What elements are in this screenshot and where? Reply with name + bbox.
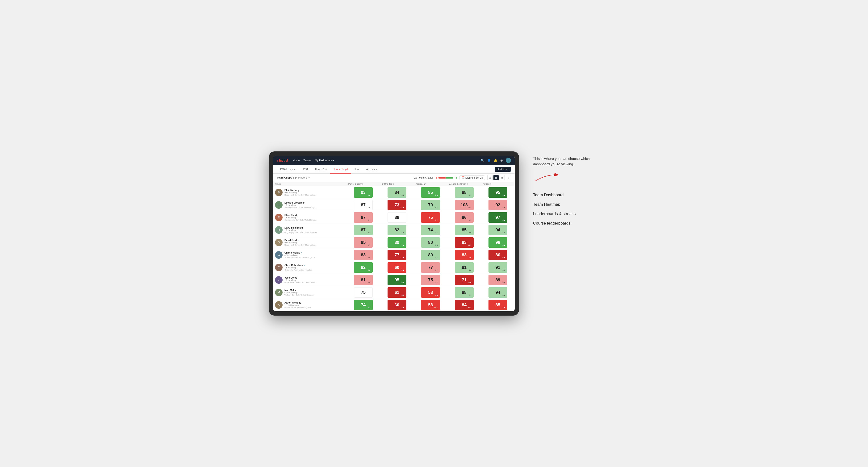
table-row[interactable]: EElliot Ebert1-5 HandicapSunningdale Gol… xyxy=(273,211,515,224)
table-row[interactable]: EEdward Crossman1-5 HandicapSunningdale … xyxy=(273,199,515,211)
score-cell-3: 8421▲ xyxy=(447,299,481,311)
player-club: Sunningdale Golf Club, United Kingdom xyxy=(284,206,317,209)
score-value: 89 xyxy=(395,240,399,245)
score-cell-3: 8310▼ xyxy=(447,236,481,249)
player-name: David Ford ✓ xyxy=(284,239,317,242)
add-team-button[interactable]: Add Team xyxy=(495,167,511,172)
annotation-panel: This is where you can choose which dashb… xyxy=(533,151,599,228)
score-cell-2: 858▲ xyxy=(414,186,447,199)
score-cell-4: 854▼ xyxy=(481,299,515,311)
score-cell-1: 613▼ xyxy=(380,286,414,299)
last-rounds-button[interactable]: 📅 Last Rounds: 20 xyxy=(460,176,485,180)
user-icon[interactable]: 👤 xyxy=(487,159,491,162)
nav-my-performance[interactable]: My Performance xyxy=(315,158,334,163)
score-value: 80 xyxy=(428,253,433,257)
player-cell: DDavid Ford ✓Plus HandicapRoyal North De… xyxy=(273,236,346,249)
score-box: 959▲ xyxy=(489,187,507,198)
th-approach[interactable]: Approach ▾ xyxy=(414,182,447,186)
table-row[interactable]: CChris Robertson ✓1-5 HandicapCraigmilla… xyxy=(273,261,515,274)
score-value: 80 xyxy=(428,240,433,245)
score-change: 6▼ xyxy=(469,257,472,259)
heatmap-view-button[interactable]: ◉ xyxy=(500,175,505,180)
score-box: 10315▲ xyxy=(455,200,474,210)
annotation-intro: This is where you can choose which dashb… xyxy=(533,156,599,167)
score-box: 846▲ xyxy=(388,187,406,198)
verified-icon: ✓ xyxy=(297,239,299,242)
edit-team-icon[interactable]: ✎ xyxy=(308,177,310,179)
tab-team-clippd[interactable]: Team Clippd xyxy=(330,165,351,174)
score-change: 6▲ xyxy=(368,194,371,196)
bell-icon[interactable]: 🔔 xyxy=(494,159,497,162)
score-value: 94 xyxy=(496,290,500,295)
score-cell-0: 748▲ xyxy=(346,299,380,311)
player-avatar: J xyxy=(275,276,283,284)
th-quality[interactable]: Player Quality ▾ xyxy=(346,182,380,186)
score-box: 803▲ xyxy=(421,237,440,248)
score-change: 6▼ xyxy=(469,219,472,221)
score-box: 773▼ xyxy=(421,262,440,273)
tee-header: Off the Tee ▾ xyxy=(382,183,394,185)
th-tee[interactable]: Off the Tee ▾ xyxy=(380,182,414,186)
settings-icon[interactable]: ⊕ xyxy=(500,159,503,162)
score-cell-2: 741▲ xyxy=(414,224,447,236)
score-cell-3: 7111▼ xyxy=(447,274,481,286)
score-value: 75 xyxy=(428,278,433,283)
table-row[interactable]: MMatt Miller6-10 HandicapWoburn Golf Clu… xyxy=(273,286,515,299)
nav-teams[interactable]: Teams xyxy=(304,158,311,163)
score-box: 873▼ xyxy=(354,212,373,223)
score-change: 7▲ xyxy=(401,244,404,246)
th-putting[interactable]: Putting ▾ xyxy=(481,182,515,186)
score-change: 9▲ xyxy=(435,207,438,209)
score-value: 93 xyxy=(361,190,366,195)
player-info: Charlie Quick ✓6-10 HandicapSt. George's… xyxy=(284,251,317,258)
score-box: 602▲ xyxy=(388,262,406,273)
score-value: 58 xyxy=(428,303,433,308)
table-row[interactable]: CCharlie Quick ✓6-10 HandicapSt. George'… xyxy=(273,249,515,261)
score-box: 601▼ xyxy=(388,300,406,310)
score-change: 3▼ xyxy=(502,207,505,209)
player-avatar: D xyxy=(275,226,283,234)
list-view-button[interactable]: ▦ xyxy=(493,175,499,180)
player-cell: CChris Robertson ✓1-5 HandicapCraigmilla… xyxy=(273,261,346,274)
player-club: Royal North Devon Golf Club, United King… xyxy=(284,194,317,196)
score-cell-1: 88 xyxy=(380,211,414,224)
tab-pga[interactable]: PGA xyxy=(300,165,312,174)
user-avatar[interactable]: U xyxy=(506,158,511,163)
nav-home[interactable]: Home xyxy=(293,158,300,163)
table-row[interactable]: DDave Billingham1-5 HandicapGog Magog Go… xyxy=(273,224,515,236)
tab-tour[interactable]: Tour xyxy=(351,165,363,174)
player-club: Royal North Devon Golf Club, United King… xyxy=(284,244,317,246)
player-club: Woburn Golf Club, United Kingdom xyxy=(284,294,314,296)
score-box: 868▼ xyxy=(489,250,507,260)
score-cell-3: 10315▲ xyxy=(447,199,481,211)
score-value: 60 xyxy=(395,265,399,270)
tab-all-players[interactable]: All Players xyxy=(363,165,382,174)
player-handicap: 11-15 Handicap xyxy=(284,304,311,306)
score-cell-3: 881▼ xyxy=(447,186,481,199)
search-icon[interactable]: 🔍 xyxy=(480,159,484,162)
player-avatar: D xyxy=(275,239,283,246)
score-cell-0: 833▼ xyxy=(346,249,380,261)
download-button[interactable]: ↓ xyxy=(506,175,511,180)
score-box: 7311▼ xyxy=(388,200,406,210)
table-row[interactable]: BBlair McHargPlus HandicapRoyal North De… xyxy=(273,186,515,199)
tab-pgat-players[interactable]: PGAT Players xyxy=(277,165,300,174)
score-box: 892▼ xyxy=(489,275,507,285)
table-row[interactable]: DDavid Ford ✓Plus HandicapRoyal North De… xyxy=(273,236,515,249)
score-cell-2: 801▲ xyxy=(414,249,447,261)
annotation-item-1: Team Heatmap xyxy=(533,200,599,209)
score-change: 4▲ xyxy=(368,231,371,234)
table-row[interactable]: JJosh Coles1-5 HandicapRoyal North Devon… xyxy=(273,274,515,286)
round-change-label: 20 Round Change xyxy=(414,177,433,179)
grid-view-button[interactable]: ⊞ xyxy=(487,175,493,180)
score-value: 81 xyxy=(462,265,467,270)
score-value: 83 xyxy=(361,253,366,257)
table-row[interactable]: AAaron Nicholls11-15 HandicapDrift Golf … xyxy=(273,299,515,311)
score-box: 7714▼ xyxy=(388,250,406,260)
score-box: 741▲ xyxy=(421,225,440,235)
score-change: 6▲ xyxy=(401,194,404,196)
th-green[interactable]: Around the Green ▾ xyxy=(447,182,481,186)
team-header-controls: 20 Round Change -5 +5 📅 Last Rounds: 20 xyxy=(414,175,511,180)
tab-hcaps[interactable]: Hcaps 1-5 xyxy=(312,165,330,174)
score-cell-4: 941▲ xyxy=(481,224,515,236)
